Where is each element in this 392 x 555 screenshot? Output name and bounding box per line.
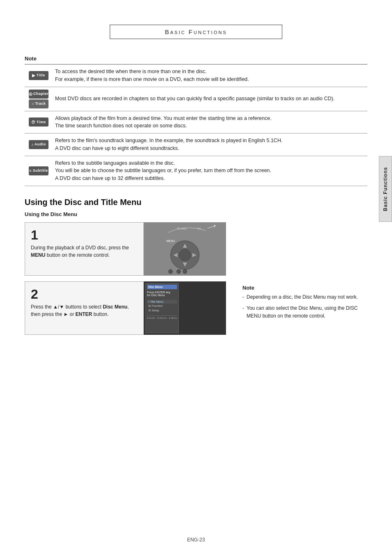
svg-text:MENU: MENU <box>166 240 175 242</box>
title-badge: ▶ Title <box>29 71 48 80</box>
page-title: Basic Functions <box>165 28 227 35</box>
track-icon: ○ Track <box>29 99 48 108</box>
page-title-box: Basic Functions <box>110 25 282 39</box>
icon-cell-title: ▶ Title <box>25 64 53 87</box>
chapter-track-icons: ◎ Chapter ○ Track <box>26 90 51 108</box>
chapter-desc: Most DVD discs are recorded in chapters … <box>53 87 367 111</box>
note-right-label: Note <box>242 285 367 291</box>
table-row: ▶ Title To access the desired title when… <box>25 64 367 87</box>
step2-area: 2 Press the ▲/▼ buttons to select Disc M… <box>25 281 367 335</box>
disc-title-section: Using the Disc and Title Menu Using the … <box>25 198 367 335</box>
page-container: Basic Functions Basic Functions Note ▶ T… <box>0 0 392 555</box>
note-item-1: Depending on a disc, the Disc Menu may n… <box>242 293 367 301</box>
table-row: ≡ Subtitle Refers to the subtitle langua… <box>25 156 367 186</box>
note-right: Note Depending on a disc, the Disc Menu … <box>242 281 367 335</box>
step1-left: 1 During the playback of a DVD disc, pre… <box>25 222 226 276</box>
step2-left: 2 Press the ▲/▼ buttons to select Disc M… <box>25 281 226 335</box>
side-tab: Basic Functions <box>379 156 392 222</box>
subtitle-icon: ≡ Subtitle <box>29 166 48 175</box>
time-badge: ⏱ Time <box>29 117 48 127</box>
subtitle-desc: Refers to the subtitle languages availab… <box>53 156 367 186</box>
subsection-heading: Using the Disc Menu <box>25 211 367 217</box>
step2-text: Press the ▲/▼ buttons to select Disc Men… <box>31 303 138 318</box>
svg-point-12 <box>168 269 173 274</box>
svg-point-7 <box>179 249 191 261</box>
note-item-2: You can also select the Disc Menu, using… <box>242 304 367 320</box>
icon-cell-time: ⏱ Time <box>25 111 53 134</box>
step1-text: During the playback of a DVD disc, press… <box>31 244 138 259</box>
chapter-icon: ◎ Chapter <box>29 90 48 99</box>
svg-point-13 <box>177 269 181 274</box>
note-table: ▶ Title To access the desired title when… <box>25 64 367 186</box>
page-footer: ENG-23 <box>0 537 392 543</box>
note-label: Note <box>25 55 367 62</box>
time-icon: ⏱ Time <box>29 117 48 127</box>
audio-desc: Refers to the film's soundtrack language… <box>53 134 367 156</box>
section-heading: Using the Disc and Title Menu <box>25 198 367 207</box>
step1-image: TV VOL TV MENU <box>144 222 226 276</box>
time-desc: Allows playback of the film from a desir… <box>53 111 367 134</box>
step2-box: 2 Press the ▲/▼ buttons to select Disc M… <box>25 281 144 335</box>
audio-icon: ♪ Audio <box>29 140 48 149</box>
audio-badge: ♪ Audio <box>29 140 48 149</box>
step2-image: Disc Menu Press ENTER keyfor Disc Menu ▪… <box>144 281 226 335</box>
page-number: ENG-23 <box>187 537 205 543</box>
title-desc: To access the desired title when there i… <box>53 64 367 87</box>
table-row: ⏱ Time Allows playback of the film from … <box>25 111 367 134</box>
icon-cell-subtitle: ≡ Subtitle <box>25 156 53 186</box>
step1-box: 1 During the playback of a DVD disc, pre… <box>25 222 144 276</box>
svg-point-15 <box>183 269 187 274</box>
note-section: Note ▶ Title To access the desired title… <box>25 55 367 186</box>
icon-cell-chapter-track: ◎ Chapter ○ Track <box>25 87 53 111</box>
subtitle-badge: ≡ Subtitle <box>29 166 48 175</box>
step2-number: 2 <box>31 288 138 301</box>
svg-text:TV VOL: TV VOL <box>177 227 187 230</box>
step1-number: 1 <box>31 228 138 242</box>
table-row: ♪ Audio Refers to the film's soundtrack … <box>25 134 367 156</box>
title-icon: ▶ Title <box>29 71 48 80</box>
icon-cell-audio: ♪ Audio <box>25 134 53 156</box>
step1-area: 1 During the playback of a DVD disc, pre… <box>25 222 367 276</box>
table-row: ◎ Chapter ○ Track Most DVD discs are rec… <box>25 87 367 111</box>
